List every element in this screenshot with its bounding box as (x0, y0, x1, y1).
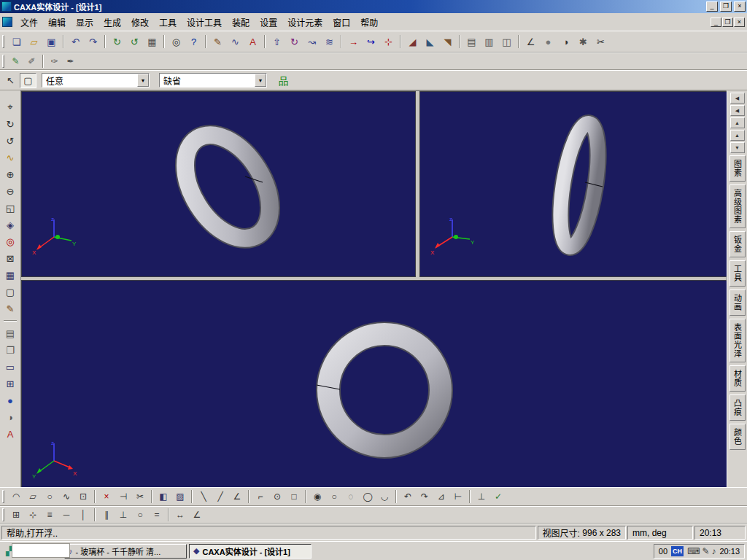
fillet-icon[interactable]: ◣ (422, 34, 438, 50)
arc-icon[interactable]: ◡ (376, 490, 392, 504)
menu-item-11[interactable]: 帮助 (355, 13, 383, 31)
select-pointer-button[interactable]: ↖ (2, 73, 19, 88)
mirror-feature-icon[interactable]: ▥ (481, 34, 498, 50)
save-icon[interactable]: ▣ (43, 34, 60, 50)
select-box-button[interactable]: ▢ (20, 73, 36, 88)
menu-item-1[interactable]: 编辑 (43, 13, 71, 31)
menu-item-10[interactable]: 窗口 (328, 13, 355, 31)
orbit-view-icon[interactable]: ↺ (1, 133, 19, 149)
design-tree-icon[interactable]: 品 (275, 73, 292, 88)
menu-item-6[interactable]: 设计工具 (182, 13, 227, 31)
break-curve-icon[interactable]: ⊣ (115, 490, 131, 504)
viewport-top-right[interactable]: z X Y (419, 91, 727, 277)
menu-item-7[interactable]: 装配 (227, 13, 255, 31)
taskbar-button-caxa[interactable]: ◆ CAXA实体设计 - [设计1] (189, 544, 311, 559)
render-style-dropdown[interactable]: 缺省 ▼ (159, 73, 267, 88)
copy-object-icon[interactable]: ❐ (1, 342, 19, 358)
catalog-tab-6[interactable]: 材质 (729, 365, 746, 392)
rotate-view-icon[interactable]: ↻ (1, 116, 19, 132)
catalog-tab-5[interactable]: 表面光泽 (729, 319, 746, 362)
panel-expand-button[interactable]: ◀ (730, 105, 745, 116)
fit-spline-icon[interactable]: ◠ (8, 490, 24, 504)
toolbar-grip[interactable] (2, 55, 4, 68)
trim-curve-icon[interactable]: ✂ (132, 490, 148, 504)
restore-button[interactable]: ❐ (720, 1, 732, 12)
edit-pen-icon[interactable]: ✐ (24, 55, 39, 68)
toolbar-grip[interactable] (2, 490, 4, 503)
equal-constraint-icon[interactable]: = (149, 508, 165, 522)
display-mode-icon[interactable]: ▢ (1, 284, 19, 300)
volume-icon[interactable]: ♪ (711, 546, 716, 556)
parallel-constraint-icon[interactable]: ∥ (98, 508, 115, 522)
pan-view-icon[interactable]: ⌖ (1, 99, 19, 115)
tangent-constraint-icon[interactable]: ○ (132, 508, 148, 522)
redo-icon[interactable]: ↷ (85, 34, 101, 50)
catalog-tab-1[interactable]: 高级图素 (729, 184, 746, 228)
taskbar-button-ttplayer[interactable]: ♪ - 玻璃杯 - 千千静听 清... (64, 544, 187, 559)
circle-center-icon[interactable]: ◉ (309, 490, 325, 504)
scale-tool-icon[interactable]: ⊹ (380, 34, 397, 50)
handle-edit-icon[interactable]: ∿ (58, 490, 74, 504)
refresh-view-icon[interactable]: ↻ (109, 34, 125, 50)
loft-icon[interactable]: ≋ (321, 34, 338, 50)
undo-icon[interactable]: ↶ (67, 34, 84, 50)
render-icon[interactable]: ◑ (557, 34, 574, 50)
edit-pencil-icon[interactable]: ✎ (8, 55, 23, 68)
clipboard-icon[interactable]: ▤ (1, 325, 19, 341)
menu-item-0[interactable]: 文件 (15, 13, 43, 31)
catalog-tab-4[interactable]: 动画 (729, 289, 746, 316)
rectangle-icon[interactable]: □ (286, 490, 302, 504)
show-nodes-icon[interactable]: ⊡ (75, 490, 91, 504)
perpendicular-constraint-icon[interactable]: ⊥ (115, 508, 131, 522)
constraint-icon[interactable]: ⊥ (473, 490, 489, 504)
catalog-tab-8[interactable]: 颜色 (729, 424, 746, 450)
rotate-tool-icon[interactable]: ↪ (363, 34, 379, 50)
dropper-icon[interactable]: ✑ (47, 55, 62, 68)
annotate-icon[interactable]: ✎ (1, 300, 19, 316)
toolbar-grip[interactable] (2, 508, 4, 521)
extrude-icon[interactable]: ⇧ (268, 34, 285, 50)
polyline-icon[interactable]: ⌐ (252, 490, 268, 504)
revolve-icon[interactable]: ↻ (286, 34, 303, 50)
fit-view-icon[interactable]: ◈ (1, 217, 19, 233)
toolbar-grip[interactable] (2, 35, 4, 48)
tray-lang-indicator[interactable]: 00 (659, 547, 667, 556)
open-file-icon[interactable]: ▱ (26, 34, 42, 50)
zoom-window-icon[interactable]: ◱ (1, 200, 19, 216)
circle-edit-icon[interactable]: ○ (42, 490, 58, 504)
menu-item-9[interactable]: 设计元素 (282, 13, 328, 31)
child-restore-button[interactable]: ❐ (722, 18, 733, 27)
move-tool-icon[interactable]: → (345, 34, 362, 50)
regenerate-icon[interactable]: ↺ (126, 34, 143, 50)
extend-icon[interactable]: ⊢ (450, 490, 466, 504)
mirror-sketch-icon[interactable]: ◧ (155, 490, 171, 504)
corner-icon[interactable]: ⊿ (433, 490, 449, 504)
selection-filter-dropdown[interactable]: 任意 ▼ (42, 73, 150, 88)
zoom-out-icon[interactable]: ⊖ (1, 183, 19, 199)
ime-pen-icon[interactable]: ✎ (702, 546, 709, 556)
viewport-bottom[interactable]: z X Y (21, 280, 727, 488)
point-snap-icon[interactable]: ⊹ (25, 508, 41, 522)
menu-item-5[interactable]: 工具 (154, 13, 182, 31)
zoom-in-icon[interactable]: ⊕ (1, 166, 19, 182)
new-file-icon[interactable]: ❏ (8, 34, 25, 50)
close-button[interactable]: × (734, 1, 746, 12)
child-close-button[interactable]: × (734, 18, 745, 27)
finish-sketch-icon[interactable]: ✓ (490, 490, 506, 504)
pattern-icon[interactable]: ▤ (463, 34, 480, 50)
curve-view-icon[interactable]: ∿ (1, 149, 19, 166)
menu-item-4[interactable]: 修改 (126, 13, 154, 31)
sketch-2d-icon[interactable]: ✎ (209, 34, 226, 50)
sweep-icon[interactable]: ↝ (303, 34, 320, 50)
point-icon[interactable]: ⊙ (269, 490, 285, 504)
angle-dimension-icon[interactable]: ∠ (189, 508, 205, 522)
grid-snap-icon[interactable]: ⊞ (8, 508, 24, 522)
catalog-tab-7[interactable]: 凸痕 (729, 394, 746, 421)
find-icon[interactable]: ◎ (168, 34, 185, 50)
minimize-button[interactable]: _ (706, 1, 718, 12)
angle-line-icon[interactable]: ∠ (229, 490, 245, 504)
polygon-edit-icon[interactable]: ▱ (25, 490, 41, 504)
chamfer-icon[interactable]: ◢ (404, 34, 421, 50)
fillet-sketch-icon[interactable]: ↶ (400, 490, 416, 504)
target-point-icon[interactable]: ◎ (1, 233, 19, 249)
